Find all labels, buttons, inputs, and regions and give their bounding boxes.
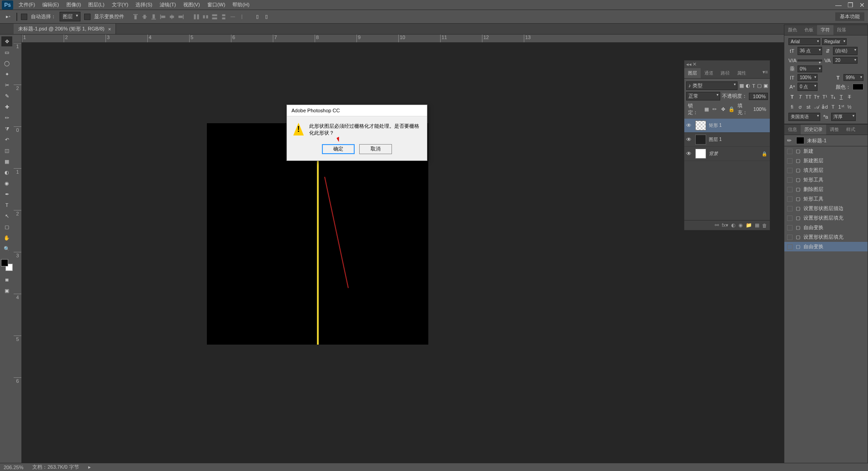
dist-3[interactable] (211, 13, 219, 21)
leading[interactable]: (自动) (833, 47, 858, 55)
dist-2[interactable] (201, 13, 210, 21)
font-dropdown[interactable]: Arial (788, 38, 820, 45)
font-style-dropdown[interactable]: Regular (822, 38, 847, 45)
visibility-icon[interactable]: 👁 (686, 150, 692, 157)
hand-tool[interactable]: ✋ (1, 233, 12, 243)
cancel-button[interactable]: 取消 (359, 144, 392, 154)
smallcaps-btn[interactable]: Tᴛ (813, 93, 820, 100)
ot-sigma[interactable]: σ (797, 103, 804, 110)
dodge-tool[interactable]: ◉ (1, 178, 12, 188)
document-tab[interactable]: 未标题-1.psd @ 206% (矩形 1, RGB/8) × (14, 24, 116, 34)
panel-menu-icon[interactable]: ▾≡ (763, 69, 768, 77)
menu-filter[interactable]: 滤镜(T) (156, 0, 180, 10)
menu-edit[interactable]: 编辑(E) (39, 0, 63, 10)
history-item[interactable]: ▢删除图层 (784, 185, 868, 194)
align-top[interactable] (131, 13, 140, 21)
history-item[interactable]: ▢矩形工具 (784, 175, 868, 185)
blend-mode-dropdown[interactable]: 正常 (686, 92, 720, 100)
text-color-swatch[interactable] (853, 84, 863, 90)
lock-paint-icon[interactable]: ✏ (712, 106, 717, 112)
marquee-tool[interactable]: ▭ (1, 47, 12, 57)
tab-properties[interactable]: 属性 (733, 68, 750, 78)
lasso-tool[interactable]: ◯ (1, 58, 12, 68)
align-left[interactable] (159, 13, 167, 21)
blur-tool[interactable]: ◐ (1, 167, 12, 177)
minimize-button[interactable]: — (833, 1, 844, 9)
close-icon[interactable]: ✕ (692, 61, 697, 67)
filter-smart-icon[interactable]: ▣ (763, 83, 768, 89)
autoselect-checkbox[interactable] (21, 14, 27, 20)
new-layer-icon[interactable]: ▦ (755, 222, 759, 228)
super-btn[interactable]: T¹ (821, 93, 828, 100)
eraser-tool[interactable]: ◫ (1, 145, 12, 155)
menu-window[interactable]: 窗口(W) (204, 0, 229, 10)
history-item[interactable]: ▢矩形工具 (784, 194, 868, 204)
gradient-tool[interactable]: ▦ (1, 156, 12, 166)
screenmode-tool[interactable]: ▣ (1, 286, 12, 296)
font-size[interactable]: 36 点 (798, 47, 822, 55)
close-button[interactable]: ✕ (856, 1, 868, 9)
history-item[interactable]: ▢新建图层 (784, 156, 868, 165)
menu-file[interactable]: 文件(F) (15, 0, 39, 10)
align-bottom[interactable] (150, 13, 158, 21)
arr-1[interactable]: ▯ (253, 13, 261, 21)
status-arrow-icon[interactable]: ▸ (88, 464, 91, 470)
history-item[interactable]: ▢设置形状图层填充 (784, 213, 868, 223)
brush-tool[interactable]: ✏ (1, 113, 12, 123)
ot-st[interactable]: st (805, 103, 812, 110)
tab-styles[interactable]: 样式 (843, 125, 859, 135)
tab-paragraph[interactable]: 段落 (833, 25, 850, 35)
ot-A[interactable]: 𝒜 (813, 103, 820, 110)
ot-fi[interactable]: fi (788, 103, 796, 110)
layer-item[interactable]: 👁 图层 1 (684, 133, 770, 147)
lock-all-icon[interactable]: 🔒 (728, 106, 735, 112)
bold-btn[interactable]: T (788, 93, 796, 100)
align-right[interactable] (177, 13, 185, 21)
scale-w[interactable]: 99% (843, 74, 863, 81)
filter-shape-icon[interactable]: ▢ (757, 83, 762, 89)
layer-item[interactable]: 👁 矩形 1 (684, 119, 770, 133)
history-item[interactable]: ▢新建 (784, 146, 868, 156)
tab-info[interactable]: 信息 (784, 125, 801, 135)
tab-history[interactable]: 历史记录 (801, 125, 826, 135)
workspace-label[interactable]: 基本功能 (835, 12, 864, 21)
tab-character[interactable]: 字符 (817, 25, 833, 35)
underline-btn[interactable]: T (838, 93, 845, 100)
opacity-value[interactable]: 100% (749, 93, 768, 100)
kerning[interactable] (798, 60, 822, 61)
menu-image[interactable]: 图像(I) (63, 0, 85, 10)
aa-dropdown[interactable]: 浑厚 (831, 113, 856, 121)
stamp-tool[interactable]: ⧩ (1, 124, 12, 134)
allcaps-btn[interactable]: TT (805, 93, 812, 100)
ot-T[interactable]: T (829, 103, 837, 110)
tab-adjust[interactable]: 调整 (826, 125, 843, 135)
quickmask-tool[interactable]: ◙ (1, 275, 12, 285)
filter-pixel-icon[interactable]: ▦ (739, 83, 744, 89)
visibility-icon[interactable]: 👁 (686, 136, 692, 143)
sub-btn[interactable]: T₁ (829, 93, 837, 100)
menu-view[interactable]: 视图(V) (180, 0, 204, 10)
menu-help[interactable]: 帮助(H) (229, 0, 253, 10)
dist-1[interactable] (192, 13, 201, 21)
scale-h[interactable]: 100% (798, 74, 818, 81)
heal-tool[interactable]: ✚ (1, 102, 12, 112)
tab-channels[interactable]: 通道 (701, 68, 717, 78)
scale-v[interactable]: 0% (798, 65, 822, 72)
mask-icon[interactable]: ◐ (731, 222, 736, 228)
link-icon[interactable]: ⚯ (715, 222, 719, 228)
wand-tool[interactable]: ✦ (1, 69, 12, 79)
tab-paths[interactable]: 路径 (717, 68, 733, 78)
menu-type[interactable]: 文字(Y) (108, 0, 132, 10)
doc-info[interactable]: 文档：263.7K/0 字节 (32, 464, 79, 471)
shape-tool[interactable]: ▢ (1, 222, 12, 232)
history-brush-icon[interactable]: ✏ (787, 137, 793, 144)
zoom-tool[interactable]: 🔍 (1, 244, 12, 254)
crop-tool[interactable]: ✂ (1, 80, 12, 90)
collapse-icon[interactable]: ◂◂ (686, 61, 692, 67)
adjustment-icon[interactable]: ◉ (738, 222, 743, 228)
dist-4[interactable] (220, 13, 228, 21)
fg-color[interactable] (1, 259, 8, 266)
ot-1st[interactable]: 1ˢᵗ (838, 103, 845, 110)
history-item[interactable]: ▢自由变换 (784, 223, 868, 232)
move-tool[interactable]: ✥ (1, 36, 12, 46)
